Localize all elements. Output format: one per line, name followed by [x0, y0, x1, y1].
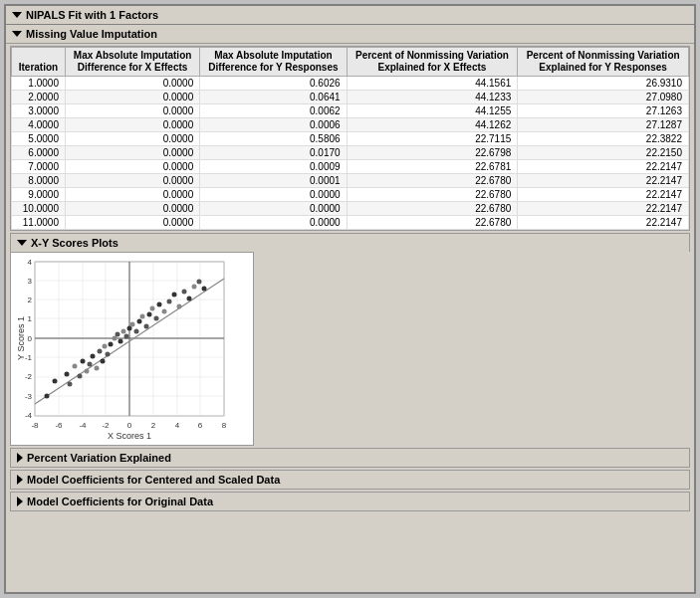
table-cell: 22.7115: [347, 132, 518, 146]
table-cell: 0.0000: [65, 132, 199, 146]
svg-point-39: [118, 339, 123, 344]
table-cell: 0.0000: [65, 160, 199, 174]
table-cell: 0.0000: [65, 91, 199, 104]
table-cell: 0.0001: [200, 174, 347, 188]
svg-point-56: [182, 290, 187, 295]
table-cell: 27.0980: [518, 91, 689, 104]
svg-text:4: 4: [28, 258, 33, 267]
svg-text:-1: -1: [25, 353, 33, 362]
svg-text:-3: -3: [25, 392, 33, 401]
missing-value-header: Missing Value Imputation: [6, 25, 694, 44]
model-coeff-original-label: Model Coefficients for Original Data: [27, 496, 213, 507]
table-cell: 0.6026: [200, 77, 347, 91]
model-coeff-original-section[interactable]: Model Coefficients for Original Data: [10, 492, 690, 511]
svg-point-21: [45, 394, 50, 399]
table-cell: 3.0000: [12, 104, 66, 118]
svg-point-24: [68, 382, 73, 387]
table-cell: 22.2147: [518, 202, 689, 216]
table-row: 3.00000.00000.006244.125527.1263: [12, 104, 689, 118]
xy-scores-title: X-Y Scores Plots: [31, 237, 118, 249]
svg-point-54: [172, 293, 177, 298]
table-cell: 0.0000: [65, 77, 199, 91]
svg-text:0: 0: [127, 421, 132, 430]
svg-point-60: [202, 287, 207, 292]
svg-point-48: [147, 312, 152, 317]
table-cell: 0.0000: [200, 216, 347, 230]
table-cell: 44.1561: [347, 77, 518, 91]
table-cell: 44.1233: [347, 91, 518, 104]
svg-point-51: [157, 302, 162, 307]
table-cell: 0.0000: [65, 174, 199, 188]
missing-value-collapse-icon[interactable]: [12, 31, 22, 37]
table-cell: 7.0000: [12, 160, 66, 174]
svg-text:6: 6: [198, 421, 203, 430]
table-cell: 0.0641: [200, 91, 347, 104]
table-cell: 22.2147: [518, 188, 689, 202]
table-cell: 22.2147: [518, 174, 689, 188]
table-cell: 0.0062: [200, 104, 347, 118]
scatter-plot-container: 4 3 2 1 0 -1 -2 -3 -4 -8 -6 -4 -2 0 2 4 …: [10, 252, 254, 446]
table-cell: 27.1287: [518, 118, 689, 132]
svg-point-53: [167, 299, 172, 304]
table-cell: 22.6780: [347, 174, 518, 188]
table-cell: 0.0009: [200, 160, 347, 174]
table-cell: 0.0000: [65, 146, 199, 160]
svg-point-47: [144, 324, 149, 329]
svg-point-46: [140, 314, 145, 319]
col-iteration: Iteration: [12, 48, 66, 77]
svg-text:-6: -6: [55, 421, 63, 430]
model-coeff-centered-section[interactable]: Model Coefficients for Centered and Scal…: [10, 470, 690, 490]
percent-variation-section[interactable]: Percent Variation Explained: [10, 448, 690, 468]
svg-text:8: 8: [222, 421, 227, 430]
table-cell: 6.0000: [12, 146, 66, 160]
svg-point-29: [88, 362, 93, 367]
model-coeff-centered-expand-icon: [17, 475, 23, 485]
table-cell: 22.3822: [518, 132, 689, 146]
svg-point-58: [192, 285, 197, 290]
table-row: 11.00000.00000.000022.678022.2147: [12, 216, 689, 230]
table-cell: 1.0000: [12, 77, 66, 91]
svg-point-33: [101, 359, 106, 364]
collapse-icon[interactable]: [12, 12, 22, 18]
table-header-row: Iteration Max Absolute ImputationDiffere…: [12, 48, 689, 77]
svg-point-35: [106, 352, 111, 357]
svg-point-31: [95, 366, 100, 371]
xy-scores-header: X-Y Scores Plots: [10, 233, 690, 252]
svg-point-27: [81, 359, 86, 364]
table-cell: 0.0000: [65, 118, 199, 132]
xy-scores-collapse-icon[interactable]: [17, 240, 27, 246]
table-cell: 9.0000: [12, 188, 66, 202]
table-cell: 27.1263: [518, 104, 689, 118]
table-cell: 11.0000: [12, 216, 66, 230]
svg-text:3: 3: [28, 277, 33, 286]
table-cell: 0.0000: [200, 202, 347, 216]
svg-point-57: [187, 297, 192, 301]
svg-text:-4: -4: [25, 411, 33, 420]
svg-text:4: 4: [175, 421, 180, 430]
table-cell: 26.9310: [518, 77, 689, 91]
table-cell: 44.1262: [347, 118, 518, 132]
col-max-abs-x: Max Absolute ImputationDifference for X …: [65, 48, 199, 77]
missing-value-section: Missing Value Imputation Iteration Max A…: [6, 25, 694, 231]
svg-point-45: [137, 319, 142, 324]
svg-point-23: [65, 372, 70, 377]
svg-point-40: [121, 329, 126, 334]
table-cell: 0.0000: [65, 188, 199, 202]
table-cell: 0.0170: [200, 146, 347, 160]
svg-text:-8: -8: [31, 421, 39, 430]
table-cell: 10.0000: [12, 202, 66, 216]
table-body: 1.00000.00000.602644.156126.93102.00000.…: [12, 77, 689, 230]
svg-text:0: 0: [28, 334, 33, 343]
svg-text:1: 1: [28, 314, 33, 323]
svg-text:2: 2: [28, 296, 33, 304]
table-cell: 22.6780: [347, 188, 518, 202]
table-cell: 44.1255: [347, 104, 518, 118]
main-panel-header: NIPALS Fit with 1 Factors: [6, 6, 694, 25]
missing-value-table: Iteration Max Absolute ImputationDiffere…: [11, 47, 689, 230]
scatter-plot: 4 3 2 1 0 -1 -2 -3 -4 -8 -6 -4 -2 0 2 4 …: [15, 257, 244, 441]
table-cell: 0.0006: [200, 118, 347, 132]
svg-text:Y Scores 1: Y Scores 1: [16, 316, 26, 360]
svg-point-28: [85, 369, 90, 374]
table-cell: 4.0000: [12, 118, 66, 132]
table-cell: 0.0000: [65, 216, 199, 230]
